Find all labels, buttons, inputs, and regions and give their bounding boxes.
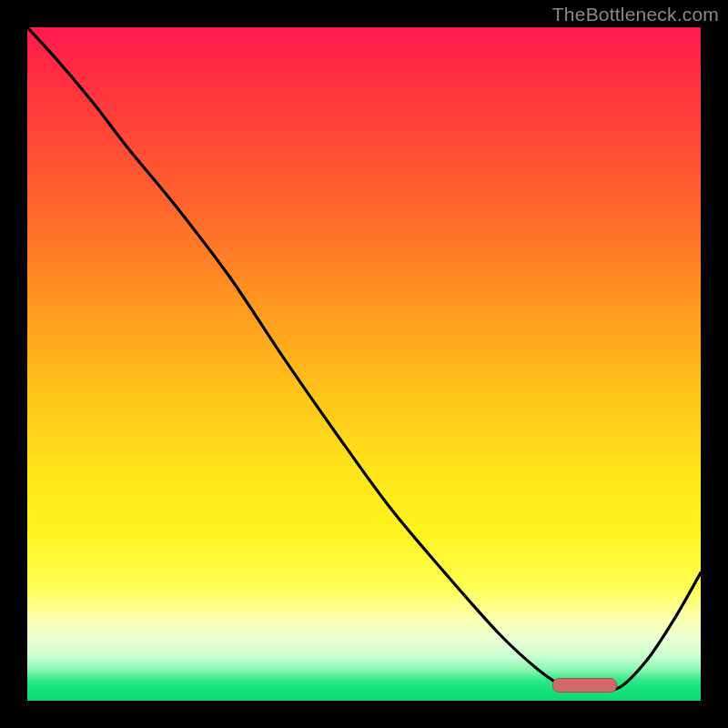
bottleneck-curve [27,27,701,701]
optimal-range-marker [552,678,617,693]
axis-bottom-mask [0,701,728,728]
axis-top-mask [0,0,728,27]
axis-left-mask [0,0,27,728]
chart-stage: TheBottleneck.com [0,0,728,728]
